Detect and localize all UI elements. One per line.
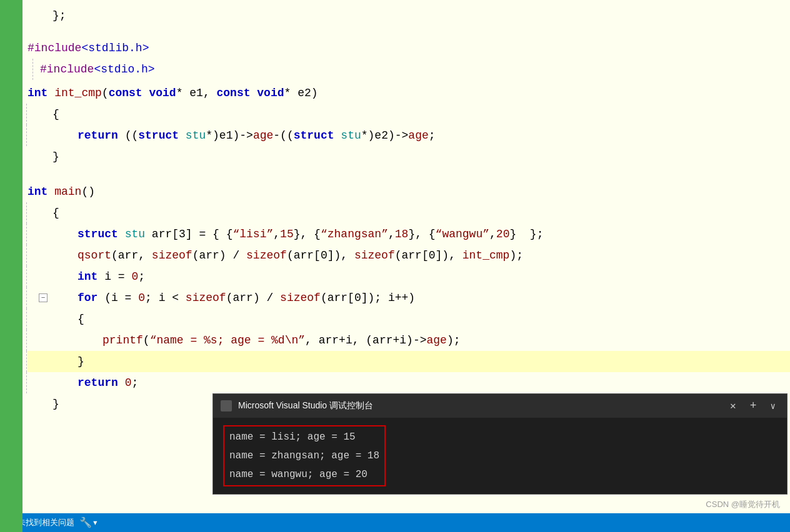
code-text: #include bbox=[40, 59, 94, 80]
indent-guide bbox=[26, 125, 27, 146]
code-text: age bbox=[408, 125, 428, 146]
indent-guide bbox=[26, 372, 27, 393]
terminal-close-button[interactable]: ✕ bbox=[726, 398, 740, 413]
code-text: stu bbox=[125, 224, 152, 245]
terminal-output-line-3: name = wangwu; age = 20 bbox=[229, 465, 379, 484]
code-line-blank-1 bbox=[28, 26, 790, 37]
code-line-include-stdlib: − #include<stdlib.h> bbox=[28, 37, 790, 59]
code-text: 15 bbox=[280, 224, 294, 245]
code-text: ; bbox=[138, 266, 145, 287]
code-text: stu bbox=[186, 125, 206, 146]
terminal-add-button[interactable]: + bbox=[746, 398, 761, 413]
code-text: (arr[0]), bbox=[395, 245, 462, 266]
terminal-output-box: name = lisi; age = 15 name = zhangsan; a… bbox=[223, 425, 386, 486]
code-line-open-brace-for: { bbox=[28, 308, 790, 330]
code-text: ( bbox=[102, 82, 109, 104]
code-line-open-brace-1: { bbox=[28, 104, 790, 125]
code-text: i = bbox=[104, 266, 131, 287]
code-text: * e1, bbox=[176, 82, 217, 104]
terminal-panel: Microsoft Visual Studio 调试控制台 ✕ + ∨ name… bbox=[212, 393, 788, 495]
code-text: (arr) / bbox=[226, 287, 280, 308]
code-text: 20 bbox=[496, 224, 510, 245]
code-text: struct bbox=[78, 224, 125, 245]
code-text: int bbox=[78, 266, 104, 287]
code-text: , bbox=[489, 224, 496, 245]
code-text: int bbox=[28, 181, 54, 202]
terminal-header: Microsoft Visual Studio 调试控制台 ✕ + ∨ bbox=[213, 394, 787, 418]
terminal-body: name = lisi; age = 15 name = zhangsan; a… bbox=[213, 418, 787, 494]
code-line-return-age: return ((struct stu*)e1)->age-((struct s… bbox=[28, 125, 790, 146]
status-bar: ✓ 未找到相关问题 🔧▾ bbox=[0, 513, 790, 532]
code-text: *)e1)-> bbox=[206, 125, 253, 146]
code-line-return0: return 0; bbox=[28, 372, 790, 393]
code-text: }; bbox=[52, 5, 66, 26]
code-text: struct bbox=[138, 125, 186, 146]
code-text: return bbox=[78, 372, 125, 393]
code-text: 0 bbox=[131, 266, 138, 287]
code-text: ( bbox=[143, 330, 150, 351]
indent-guide bbox=[26, 287, 27, 308]
code-text: } }; bbox=[509, 224, 543, 245]
indent-guide bbox=[26, 224, 27, 245]
terminal-chevron-button[interactable]: ∨ bbox=[767, 400, 779, 413]
code-text: }, { bbox=[294, 224, 321, 245]
code-text: #include bbox=[28, 37, 81, 59]
code-line-struct-init: struct stu arr[3] = { {“lisi”,15}, {“zha… bbox=[28, 224, 790, 245]
indent-guide bbox=[26, 308, 27, 330]
code-text: return bbox=[78, 125, 125, 146]
code-text: int_cmp bbox=[462, 245, 510, 266]
code-text: *)e2)-> bbox=[361, 125, 409, 146]
code-text: sizeof bbox=[186, 287, 226, 308]
code-text: int bbox=[28, 82, 54, 104]
code-text: ); bbox=[509, 245, 523, 266]
code-text: age bbox=[253, 125, 273, 146]
code-text: int_cmp bbox=[54, 82, 102, 104]
code-text: } bbox=[78, 351, 84, 372]
code-text: { bbox=[52, 202, 59, 224]
code-text: struct bbox=[294, 125, 341, 146]
code-text: { bbox=[78, 308, 84, 330]
code-text: <stdio.h> bbox=[94, 59, 154, 80]
code-line-include-stdio: #include<stdio.h> bbox=[28, 59, 790, 80]
code-text: “wangwu” bbox=[436, 224, 489, 245]
code-text: } bbox=[52, 393, 59, 415]
code-text: <stdlib.h> bbox=[81, 37, 149, 59]
code-text: () bbox=[81, 181, 95, 202]
code-text: arr[3] = { { bbox=[152, 224, 233, 245]
terminal-icon bbox=[221, 400, 232, 411]
code-text: age bbox=[427, 330, 447, 351]
csdn-watermark: CSDN @睡觉待开机 bbox=[706, 499, 780, 510]
code-text: (arr[0]), bbox=[287, 245, 354, 266]
code-line-close-brace-1: } bbox=[28, 146, 790, 167]
code-line-close-brace-for: } bbox=[28, 351, 790, 372]
terminal-output-line-2: name = zhangsan; age = 18 bbox=[229, 446, 379, 465]
indent-guide bbox=[26, 202, 27, 224]
code-text: sizeof bbox=[246, 245, 287, 266]
code-text: , bbox=[388, 224, 395, 245]
indent-guide bbox=[26, 351, 27, 372]
code-line-main-decl: − int main() bbox=[28, 181, 790, 202]
terminal-title: Microsoft Visual Studio 调试控制台 bbox=[238, 400, 720, 411]
code-editor: }; − #include<stdlib.h> #include<stdio.h… bbox=[0, 0, 790, 532]
code-line-blank-2 bbox=[28, 167, 790, 179]
code-text: (i = bbox=[104, 287, 138, 308]
terminal-output-line-1: name = lisi; age = 15 bbox=[229, 428, 379, 446]
code-text: stu bbox=[341, 125, 361, 146]
fold-button-for[interactable]: − bbox=[39, 293, 48, 302]
indent-guide bbox=[26, 266, 27, 287]
code-line-qsort: qsort(arr, sizeof(arr) / sizeof(arr[0]),… bbox=[28, 245, 790, 266]
left-bar bbox=[0, 0, 22, 532]
code-text: “zhangsan” bbox=[321, 224, 388, 245]
code-text: ; bbox=[429, 125, 436, 146]
code-text: sizeof bbox=[354, 245, 395, 266]
code-text: sizeof bbox=[280, 287, 321, 308]
code-text: const void bbox=[109, 82, 176, 104]
code-line-printf: printf(“name = %s; age = %d\n”, arr+i, (… bbox=[28, 330, 790, 351]
indent-guide bbox=[26, 104, 27, 125]
code-text: (arr) / bbox=[192, 245, 246, 266]
code-text: 0 bbox=[138, 287, 145, 308]
code-text: { bbox=[52, 104, 59, 125]
code-text: “lisi” bbox=[232, 224, 273, 245]
code-line-open-brace-main: { bbox=[28, 202, 790, 224]
status-tools-icon[interactable]: 🔧▾ bbox=[79, 516, 98, 529]
